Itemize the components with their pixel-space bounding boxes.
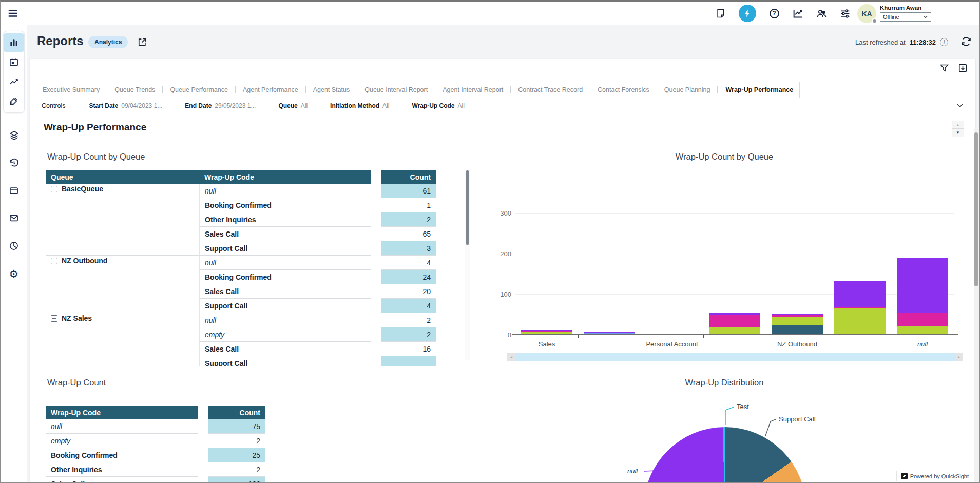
export-icon[interactable] (958, 63, 968, 73)
page-title: Reports (37, 34, 84, 48)
tab-queue-trends[interactable]: Queue Trends (108, 82, 161, 98)
x-label-null: null (917, 340, 928, 348)
pie-chart[interactable] (644, 427, 806, 483)
calendar-icon[interactable] (4, 52, 24, 72)
tab-queue-planning[interactable]: Queue Planning (658, 82, 717, 98)
controls-chevron-icon[interactable] (956, 101, 964, 109)
column-gap (371, 299, 381, 313)
wrapup-code-cell: empty (46, 434, 198, 448)
slider-right-cap[interactable]: ▸ (955, 353, 963, 361)
collapse-icon[interactable] (51, 258, 57, 264)
main-content: Reports Analytics Last refreshed at 11:2… (27, 25, 979, 482)
count-cell: 2 (208, 462, 265, 477)
bar-null[interactable] (897, 258, 948, 335)
refresh-icon[interactable] (960, 36, 972, 47)
tab-contact-forensics[interactable]: Contact Forensics (591, 82, 656, 98)
queue-group-cell: NZ Sales (46, 313, 199, 366)
analytics-badge: Analytics (88, 36, 128, 48)
tab-executive-summary[interactable]: Executive Summary (36, 82, 106, 98)
window-scrollbar[interactable] (974, 129, 978, 481)
filter-name: Wrap-Up Code (412, 102, 454, 109)
hamburger-menu-icon[interactable] (7, 8, 18, 19)
info-icon[interactable]: i (940, 38, 948, 46)
tab-contract-trace-record[interactable]: Contract Trace Record (512, 82, 589, 98)
wrapup-code-cell: Booking Confirmed (199, 198, 371, 212)
table-row: NZ Salesnull2 (46, 313, 436, 327)
column-header-count[interactable]: Count (381, 170, 436, 184)
slider-grip: ⁞⁞ (735, 354, 739, 359)
chart-zoom-slider[interactable]: ◂ ▸ ⁞⁞ (515, 353, 955, 361)
bar-segment-support-call[interactable] (897, 313, 948, 325)
bar-segment-booking-confirmed[interactable] (772, 325, 823, 335)
agents-icon[interactable] (816, 8, 827, 19)
tab-separator (107, 86, 107, 93)
bar-chart-icon[interactable] (4, 33, 24, 52)
chevron-down-icon (923, 14, 928, 20)
filter-icon[interactable] (939, 63, 950, 73)
tab-wrap-up-performance[interactable]: Wrap-Up Performance (719, 82, 800, 98)
filter-start-date[interactable]: Start Date09/04/2023 1... (89, 102, 163, 109)
filter-end-date[interactable]: End Date29/05/2023 1... (185, 102, 256, 109)
pie-chart-icon[interactable] (4, 236, 24, 256)
table-row: Other Inquiries2 (46, 462, 265, 477)
bar-nz-outbound[interactable] (772, 314, 823, 335)
scrollbar-thumb[interactable] (466, 170, 469, 245)
line-chart-icon[interactable] (4, 72, 24, 91)
spinner-up-icon[interactable]: ▲ (952, 121, 964, 129)
bar-segment-sales-call[interactable] (709, 327, 760, 334)
column-gap (371, 212, 381, 227)
bar-queue-4[interactable] (709, 313, 760, 335)
tab-queue-interval-report[interactable]: Queue Interval Report (358, 82, 434, 98)
window-scrollbar-thumb[interactable] (974, 132, 978, 286)
filter-queue[interactable]: QueueAll (278, 102, 308, 109)
column-header-wrapup-code[interactable]: Wrap-Up Code (46, 406, 198, 419)
tab-agent-performance[interactable]: Agent Performance (237, 82, 304, 98)
filters: Start Date09/04/2023 1...End Date29/05/2… (89, 102, 465, 109)
table-row: null75 (46, 419, 265, 434)
bar-segment-null[interactable] (897, 258, 948, 313)
column-header-wrapup-code[interactable]: Wrap-Up Code (199, 170, 371, 184)
collapse-icon[interactable] (51, 186, 57, 192)
mail-icon[interactable] (4, 208, 24, 228)
filter-initiation-method[interactable]: Initiation MethodAll (330, 102, 389, 109)
layers-icon[interactable] (4, 125, 24, 145)
tile-wrapup-count-by-queue-chart: Wrap-Up Count by Queue 300 200 100 0 (482, 147, 967, 366)
metrics-icon[interactable] (792, 8, 803, 19)
count-cell: 4 (381, 256, 436, 270)
history-icon[interactable] (4, 153, 24, 172)
external-link-icon[interactable] (137, 37, 147, 47)
settings-gear-icon[interactable]: ⚙ (4, 264, 24, 283)
tile-title: Wrap-Up Count by Queue (47, 152, 145, 162)
last-refreshed-time: 11:28:32 (910, 38, 936, 46)
bar-segment-support-call[interactable] (709, 315, 760, 327)
filter-name: Start Date (89, 102, 119, 109)
filter-value: All (301, 102, 308, 109)
count-cell: 75 (208, 419, 265, 434)
table-scrollbar[interactable] (465, 170, 470, 360)
tab-agent-status[interactable]: Agent Status (307, 82, 356, 98)
collapse-icon[interactable] (51, 315, 57, 322)
tab-agent-interval-report[interactable]: Agent Interval Report (436, 82, 509, 98)
wrapup-code-cell: Sales Call (46, 477, 198, 483)
help-icon[interactable]: ? (768, 8, 780, 19)
bar-segment-sales-call[interactable] (772, 317, 823, 325)
bar-segment-sales-call[interactable] (834, 308, 886, 334)
column-header-count[interactable]: Count (208, 406, 265, 419)
sliders-icon[interactable] (839, 8, 851, 19)
filter-wrap-up-code[interactable]: Wrap-Up CodeAll (412, 102, 464, 109)
lightning-icon[interactable] (739, 5, 756, 22)
bar-segment-null[interactable] (834, 281, 886, 307)
tab-queue-performance[interactable]: Queue Performance (164, 82, 234, 98)
y-tick-300: 300 (491, 209, 511, 217)
column-gap (198, 462, 208, 477)
spinner-down-icon[interactable]: ▼ (952, 129, 964, 137)
notes-icon[interactable] (715, 8, 726, 19)
column-header-queue[interactable]: Queue (46, 170, 199, 184)
bar-queue-6[interactable] (834, 281, 886, 335)
window-icon[interactable] (4, 181, 24, 200)
slider-left-cap[interactable]: ◂ (507, 353, 515, 361)
design-brush-icon[interactable] (4, 91, 24, 111)
column-gap (371, 342, 381, 356)
presence-select[interactable]: Offline (880, 12, 931, 22)
bar-segment-sales-call[interactable] (897, 326, 948, 334)
